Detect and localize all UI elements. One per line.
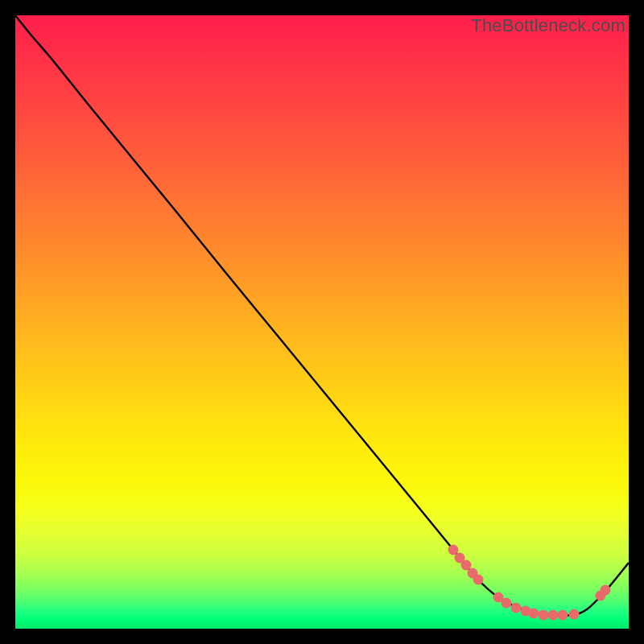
curve-marker xyxy=(473,575,484,585)
curve-marker xyxy=(502,598,512,609)
chart-frame: TheBottleneck.com xyxy=(15,15,629,629)
curve-marker xyxy=(511,603,522,613)
curve-marker xyxy=(548,610,559,621)
bottleneck-curve xyxy=(15,15,629,616)
curve-marker xyxy=(558,610,568,621)
curve-marker xyxy=(539,610,549,621)
curve-marker xyxy=(601,585,611,596)
curve-marker xyxy=(569,609,580,620)
chart-svg xyxy=(15,15,629,629)
curve-marker xyxy=(529,609,539,619)
